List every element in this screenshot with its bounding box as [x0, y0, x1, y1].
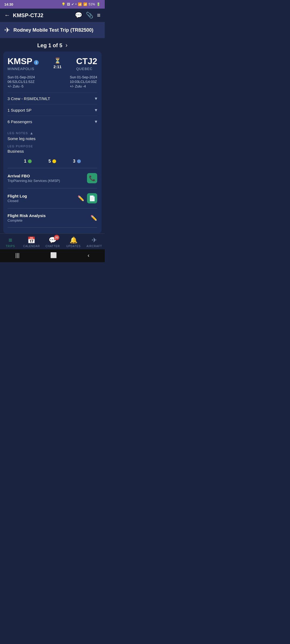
- nav-chatter[interactable]: 💬 20 CHATTER: [45, 236, 61, 248]
- flight-risk-title: Flight Risk Analysis: [8, 213, 46, 218]
- header-title: KMSP-CTJ2: [13, 12, 43, 19]
- nav-updates[interactable]: 🔔 UPDATES: [66, 236, 82, 248]
- leg-navigation: Leg 1 of 5 ›: [0, 38, 105, 52]
- dest-date: Sun 01-Sep-2024: [70, 75, 97, 79]
- nav-aircraft[interactable]: ✈ AIRCRAFT: [86, 236, 102, 248]
- support-label: 1 Support SP: [8, 108, 31, 112]
- origin-info-icon[interactable]: i: [34, 60, 39, 65]
- updates-icon: 🔔: [70, 236, 78, 244]
- flight-log-icons: ✏️ 📄: [78, 193, 97, 203]
- origin-datetime: Sun 01-Sep-2024 06:52LCL/11:52Z +/- Zulu…: [8, 75, 35, 88]
- trip-title: Rodney Mobile Test Trip (TR82500): [13, 27, 93, 33]
- route-row: KMSP i MINNEAPOLIS ⏳ 2:11 CTJ2 QUEBEC: [8, 56, 97, 71]
- chatter-badge: 20: [54, 235, 59, 240]
- crew-label: 3 Crew - RSM/DLT/MLT: [8, 96, 50, 101]
- status-dot-5: 5: [49, 159, 56, 164]
- flight-log-info: Flight Log Closed: [8, 194, 27, 203]
- flight-log-edit-icon[interactable]: ✏️: [78, 195, 84, 202]
- header-left: ← KMSP-CTJ2: [4, 12, 43, 19]
- arrival-fbo-subtitle: TripPlanning.biz Services (KMSP): [8, 179, 60, 183]
- status-time: 14:30: [4, 2, 13, 6]
- android-home[interactable]: ⬜: [50, 252, 57, 258]
- airplane-banner-icon: ✈: [4, 26, 10, 34]
- flight-log-title: Flight Log: [8, 194, 27, 198]
- origin-date: Sun 01-Sep-2024: [8, 75, 35, 79]
- origin-code: KMSP i: [8, 56, 39, 66]
- leg-purpose-value: Business: [8, 149, 97, 153]
- trip-banner: ✈ Rodney Mobile Test Trip (TR82500): [0, 22, 105, 38]
- header-icons: 💬 📎 ≡: [75, 12, 100, 19]
- leg-notes-chevron[interactable]: ▲: [30, 131, 34, 135]
- nav-calendar[interactable]: 📅 CALENDAR: [23, 236, 40, 248]
- dot-icon: •: [75, 2, 77, 6]
- battery-text: 51%: [89, 2, 95, 6]
- calendar-label: CALENDAR: [23, 245, 40, 248]
- leg-nav-next[interactable]: ›: [66, 42, 67, 49]
- arrival-fbo-info: Arrival FBO TripPlanning.biz Services (K…: [8, 174, 60, 183]
- origin-zulu: +/- Zulu -5: [8, 84, 35, 88]
- nav-trips[interactable]: ≡ TRIPS: [2, 236, 19, 248]
- leg-notes-label: LEG NOTES ▲: [8, 131, 97, 135]
- updates-label: UPDATES: [66, 245, 81, 248]
- flight-card: KMSP i MINNEAPOLIS ⏳ 2:11 CTJ2 QUEBEC Su…: [3, 52, 102, 233]
- attachment-icon[interactable]: 📎: [86, 12, 93, 19]
- support-row[interactable]: 1 Support SP ▾: [8, 104, 97, 116]
- crew-chevron: ▾: [95, 96, 97, 101]
- dest-city: QUEBEC: [76, 67, 97, 71]
- back-button[interactable]: ←: [4, 12, 10, 19]
- android-recents[interactable]: |||: [15, 252, 20, 258]
- flight-risk-info: Flight Risk Analysis Complete: [8, 213, 46, 222]
- crew-row[interactable]: 3 Crew - RSM/DLT/MLT ▾: [8, 93, 97, 104]
- image-icon: 🖼: [67, 2, 70, 6]
- flight-log-subtitle: Closed: [8, 199, 27, 203]
- divider-3: [8, 208, 97, 208]
- leg-purpose-label: LEG PURPOSE: [8, 145, 97, 148]
- status-bar: 14:30 💡 🖼 ✔ • 📶 📶 51% 🔋: [0, 0, 105, 9]
- support-chevron: ▾: [95, 107, 97, 113]
- dest-zulu: +/- Zulu -4: [70, 84, 97, 88]
- status-dot-1: 1: [24, 159, 32, 164]
- duration-block: ⏳ 2:11: [53, 56, 61, 69]
- divider-2: [8, 188, 97, 188]
- bulb-icon: 💡: [61, 2, 66, 6]
- chat-icon[interactable]: 💬: [75, 12, 82, 19]
- dest-time: 10:03LCL/14:03Z: [70, 80, 97, 84]
- chatter-badge-wrap: 💬 20: [49, 236, 57, 244]
- dest-block: CTJ2 QUEBEC: [76, 56, 97, 71]
- datetime-row: Sun 01-Sep-2024 06:52LCL/11:52Z +/- Zulu…: [8, 75, 97, 88]
- flight-risk-icons: ✏️: [90, 215, 97, 221]
- dest-code: CTJ2: [76, 56, 97, 66]
- flight-log-doc-button[interactable]: 📄: [87, 193, 97, 203]
- dot-green: [28, 159, 32, 163]
- passengers-chevron: ▾: [95, 119, 97, 125]
- bottom-nav: ≡ TRIPS 📅 CALENDAR 💬 20 CHATTER 🔔 UPDATE…: [0, 233, 105, 249]
- flight-risk-edit-icon[interactable]: ✏️: [90, 215, 97, 221]
- dot-blue: [77, 159, 81, 163]
- phone-button[interactable]: 📞: [87, 173, 97, 183]
- chatter-label: CHATTER: [45, 245, 60, 248]
- status-icons: 💡 🖼 ✔ • 📶 📶 51% 🔋: [61, 2, 100, 6]
- status-dot-3: 3: [73, 159, 81, 164]
- aircraft-icon: ✈: [92, 236, 97, 244]
- dot-yellow: [52, 159, 56, 163]
- origin-city: MINNEAPOLIS: [8, 67, 39, 71]
- divider-4: [8, 227, 97, 228]
- flight-risk-subtitle: Complete: [8, 218, 46, 222]
- arrival-fbo-title: Arrival FBO: [8, 174, 60, 178]
- battery-icon: 🔋: [96, 2, 100, 6]
- divider-1: [8, 168, 97, 168]
- trips-label: TRIPS: [6, 245, 15, 248]
- signal-icon: 📶: [83, 2, 87, 6]
- passengers-row[interactable]: 6 Passengers ▾: [8, 116, 97, 127]
- flight-log-row: Flight Log Closed ✏️ 📄: [8, 190, 97, 207]
- flight-risk-row: Flight Risk Analysis Complete ✏️: [8, 210, 97, 226]
- origin-time: 06:52LCL/11:52Z: [8, 80, 35, 84]
- arrival-fbo-row: Arrival FBO TripPlanning.biz Services (K…: [8, 170, 97, 186]
- aircraft-label: AIRCRAFT: [86, 245, 102, 248]
- arrival-fbo-icons: 📞: [87, 173, 97, 183]
- calendar-icon: 📅: [27, 236, 35, 244]
- trips-icon: ≡: [9, 236, 12, 244]
- app-header: ← KMSP-CTJ2 💬 📎 ≡: [0, 9, 105, 22]
- menu-icon[interactable]: ≡: [97, 12, 100, 19]
- android-back[interactable]: ‹: [88, 252, 89, 258]
